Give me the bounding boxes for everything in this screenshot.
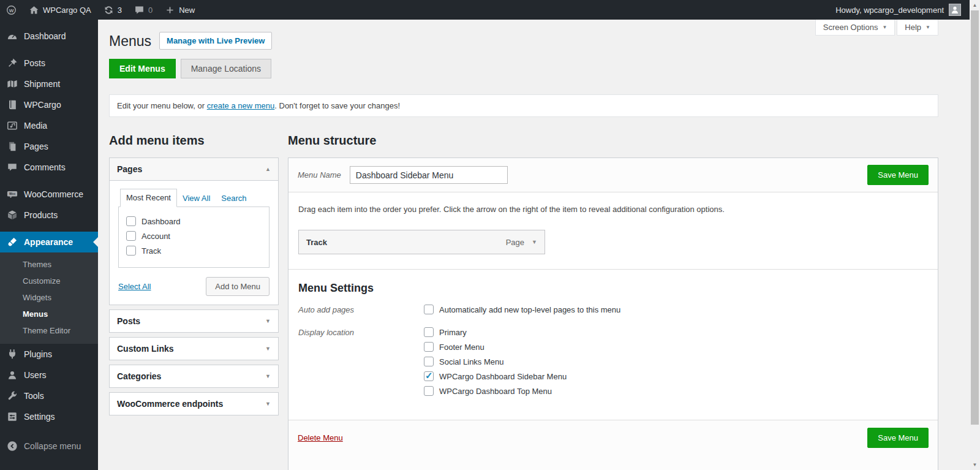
most-recent-pages-list: Dashboard Account Track — [118, 207, 270, 268]
create-new-menu-link[interactable]: create a new menu — [207, 101, 275, 110]
wordpress-logo-icon: W — [6, 5, 17, 15]
pages-accordion: Pages ▲ Most Recent View All Search Dash… — [109, 157, 279, 305]
manage-live-preview-button[interactable]: Manage with Live Preview — [159, 32, 272, 50]
page-checkbox-track[interactable] — [126, 246, 136, 256]
updates-icon — [104, 5, 114, 15]
tab-most-recent[interactable]: Most Recent — [120, 189, 177, 207]
location-option-wpcargo-top-menu[interactable]: WPCargo Dashboard Top Menu — [424, 386, 567, 396]
new-label: New — [179, 6, 195, 15]
avatar[interactable] — [949, 4, 961, 16]
location-checkbox-wpcargo-sidebar-menu[interactable] — [424, 371, 434, 381]
add-to-menu-button[interactable]: Add to Menu — [206, 277, 270, 296]
pages-accordion-header[interactable]: Pages ▲ — [110, 158, 278, 181]
add-menu-items-heading: Add menu items — [109, 133, 279, 148]
sidebar-item-posts[interactable]: Posts — [0, 53, 98, 74]
location-option-social-links-menu[interactable]: Social Links Menu — [424, 357, 567, 366]
submenu-item-widgets[interactable]: Widgets — [0, 289, 98, 306]
scroll-down-arrow-icon[interactable]: ▼ — [970, 462, 980, 468]
comments-icon — [7, 162, 18, 173]
comments-count: 0 — [148, 6, 153, 15]
page-checkbox-row[interactable]: Account — [126, 231, 262, 241]
media-icon — [7, 120, 18, 131]
location-checkbox-wpcargo-top-menu[interactable] — [424, 386, 434, 396]
main-content: Screen Options ▼ Help ▼ Menus Manage wit… — [98, 20, 970, 470]
tab-view-all[interactable]: View All — [177, 190, 216, 207]
wordpress-logo-menu[interactable]: W — [0, 0, 23, 20]
sidebar-item-settings[interactable]: Settings — [0, 406, 98, 427]
delete-menu-link[interactable]: Delete Menu — [298, 433, 343, 442]
auto-add-pages-option[interactable]: Automatically add new top-level pages to… — [424, 305, 620, 314]
select-all-link[interactable]: Select All — [118, 282, 151, 291]
howdy-label[interactable]: Howdy, wpcargo_development — [835, 6, 944, 15]
collapse-arrow-icon — [7, 441, 18, 452]
sidebar-separator — [0, 226, 98, 232]
wrench-icon — [7, 390, 18, 401]
location-option-footer-menu[interactable]: Footer Menu — [424, 342, 567, 352]
sidebar-item-wpcargo[interactable]: WPCargo — [0, 94, 98, 115]
sidebar-item-dashboard[interactable]: Dashboard — [0, 26, 98, 47]
chevron-down-icon: ▼ — [265, 346, 271, 352]
admin-bar-site-name[interactable]: WPCargo QA — [23, 0, 97, 20]
menu-structure-heading: Menu structure — [288, 133, 938, 148]
submenu-item-themes[interactable]: Themes — [0, 256, 98, 273]
chevron-down-icon: ▼ — [882, 25, 887, 30]
menu-item-type-label: Page — [506, 238, 524, 247]
sidebar-item-users[interactable]: Users — [0, 365, 98, 385]
tab-edit-menus[interactable]: Edit Menus — [109, 59, 176, 78]
location-checkbox-footer-menu[interactable] — [424, 342, 434, 352]
woocommerce-endpoints-accordion-header[interactable]: WooCommerce endpoints ▼ — [109, 392, 279, 415]
page-checkbox-row[interactable]: Track — [126, 246, 262, 256]
page-checkbox-account[interactable] — [126, 231, 136, 241]
save-menu-button-top[interactable]: Save Menu — [867, 165, 929, 185]
menu-structure-panel: Menu Name Save Menu Drag each item into … — [288, 157, 938, 470]
admin-bar-new[interactable]: New — [159, 0, 201, 20]
menu-item-track[interactable]: Track Page ▼ — [298, 230, 545, 254]
location-option-primary[interactable]: Primary — [424, 327, 567, 337]
sidebar-item-pages[interactable]: Pages — [0, 136, 98, 157]
auto-add-pages-label: Auto add pages — [298, 305, 424, 319]
chevron-down-icon[interactable]: ▼ — [532, 240, 537, 245]
vertical-scrollbar[interactable]: ▲ ▼ — [970, 0, 980, 470]
woocommerce-icon: Woo — [7, 189, 18, 200]
sidebar-item-appearance[interactable]: Appearance — [0, 232, 98, 252]
menu-name-input[interactable] — [350, 166, 508, 184]
sidebar-item-tools[interactable]: Tools — [0, 385, 98, 406]
categories-accordion-header[interactable]: Categories ▼ — [109, 365, 279, 388]
submenu-item-menus[interactable]: Menus — [0, 306, 98, 322]
auto-add-pages-checkbox[interactable] — [424, 305, 434, 314]
drag-instructions: Drag each item into the order you prefer… — [298, 205, 928, 214]
chevron-down-icon: ▼ — [925, 25, 930, 30]
posts-accordion-header[interactable]: Posts ▼ — [109, 309, 279, 333]
admin-bar-comments[interactable]: 0 — [128, 0, 159, 20]
sidebar-item-plugins[interactable]: Plugins — [0, 344, 98, 365]
submenu-item-customize[interactable]: Customize — [0, 273, 98, 289]
sidebar-item-shipment[interactable]: Shipment — [0, 74, 98, 94]
sidebar-item-products[interactable]: Products — [0, 205, 98, 226]
save-menu-button-bottom[interactable]: Save Menu — [867, 428, 929, 448]
settings-divider — [288, 269, 938, 270]
collapse-menu-button[interactable]: Collapse menu — [0, 436, 98, 457]
help-button[interactable]: Help ▼ — [897, 20, 938, 36]
screen-options-button[interactable]: Screen Options ▼ — [815, 20, 895, 36]
location-checkbox-social-links-menu[interactable] — [424, 357, 434, 366]
submenu-item-theme-editor[interactable]: Theme Editor — [0, 322, 98, 339]
sidebar-item-woocommerce[interactable]: Woo WooCommerce — [0, 184, 98, 205]
edit-menu-notice: Edit your menu below, or create a new me… — [109, 94, 938, 117]
scroll-up-arrow-icon[interactable]: ▲ — [970, 2, 980, 8]
sidebar-item-comments[interactable]: Comments — [0, 157, 98, 178]
tab-search[interactable]: Search — [216, 190, 252, 207]
scrollbar-thumb[interactable] — [971, 10, 979, 425]
admin-bar-updates[interactable]: 3 — [97, 0, 128, 20]
tab-manage-locations[interactable]: Manage Locations — [181, 59, 271, 78]
custom-links-accordion-header[interactable]: Custom Links ▼ — [109, 337, 279, 360]
sidebar-item-media[interactable]: Media — [0, 115, 98, 136]
cube-icon — [7, 210, 18, 221]
book-icon — [7, 99, 18, 110]
user-icon — [7, 370, 18, 381]
page-checkbox-dashboard[interactable] — [126, 216, 136, 226]
brush-icon — [7, 237, 18, 248]
location-checkbox-primary[interactable] — [424, 327, 434, 337]
admin-bar: W WPCargo QA 3 0 New Howdy, wpcargo_deve… — [0, 0, 970, 20]
location-option-wpcargo-sidebar-menu[interactable]: WPCargo Dashboard Sidebar Menu — [424, 371, 567, 381]
page-checkbox-row[interactable]: Dashboard — [126, 216, 262, 226]
